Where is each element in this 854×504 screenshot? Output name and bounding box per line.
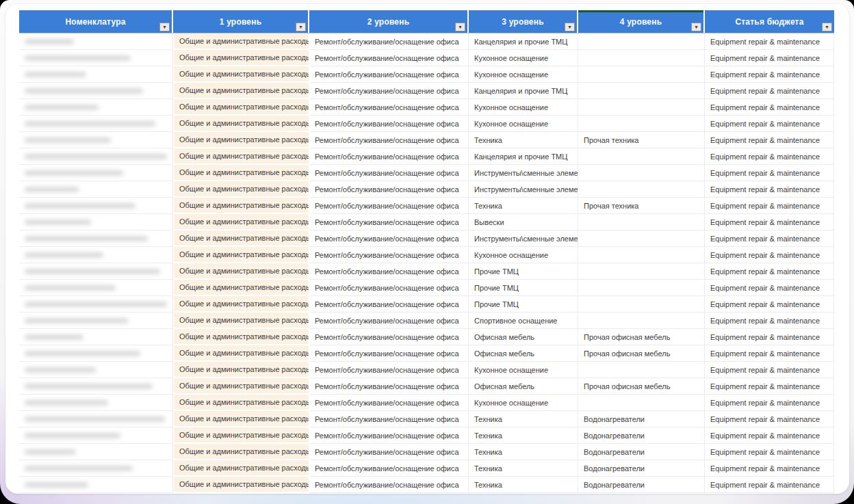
cell-level2[interactable]: Ремонт/обслуживание/оснащение офиса [309, 411, 469, 427]
cell-budget[interactable]: Equipment repair & maintenance [705, 395, 834, 411]
cell-level1[interactable]: Общие и административные расходы [173, 280, 309, 296]
cell-level4[interactable]: Прочая офисная мебель [578, 378, 705, 395]
cell-level3[interactable]: Инструменты\сменные элементы [469, 165, 578, 181]
cell-nomenclature[interactable] [19, 395, 173, 411]
cell-nomenclature[interactable] [19, 247, 173, 263]
cell-budget[interactable]: Equipment repair & maintenance [705, 247, 834, 263]
column-header-2[interactable]: 1 уровень ▾ [173, 10, 309, 33]
cell-level2[interactable]: Ремонт/обслуживание/оснащение офиса [309, 148, 469, 165]
cell-level1[interactable]: Общие и административные расходы [173, 427, 309, 444]
cell-level4[interactable]: Прочая офисная мебель [578, 345, 705, 362]
cell-level2[interactable]: Ремонт/обслуживание/оснащение офиса [309, 198, 469, 214]
cell-nomenclature[interactable] [19, 181, 173, 198]
cell-level1[interactable]: Общие и административные расходы [173, 477, 309, 493]
cell-budget[interactable]: Equipment repair & maintenance [705, 296, 834, 313]
cell-level4[interactable] [578, 116, 705, 132]
cell-level3[interactable]: Техника [469, 427, 578, 444]
cell-level3[interactable]: Техника [469, 460, 578, 477]
cell-level1[interactable]: Общие и административные расходы [173, 444, 309, 460]
cell-level2[interactable]: Ремонт/обслуживание/оснащение офиса [309, 477, 469, 493]
cell-level2[interactable]: Ремонт/обслуживание/оснащение офиса [309, 296, 469, 313]
filter-dropdown-button[interactable]: ▾ [565, 23, 575, 31]
filter-dropdown-button[interactable]: ▾ [159, 23, 170, 31]
cell-budget[interactable]: Equipment repair & maintenance [705, 378, 834, 395]
cell-level4[interactable]: Водонагреватели [578, 411, 705, 427]
cell-level4[interactable]: Водонагреватели [578, 460, 705, 477]
cell-level4[interactable] [578, 148, 705, 165]
cell-level1[interactable]: Общие и административные расходы [173, 411, 309, 427]
cell-level2[interactable]: Ремонт/обслуживание/оснащение офиса [309, 165, 469, 181]
cell-level4[interactable] [578, 280, 705, 296]
cell-level4[interactable]: Прочая техника [578, 198, 705, 214]
cell-budget[interactable]: Equipment repair & maintenance [705, 148, 834, 165]
cell-level4[interactable] [578, 181, 705, 198]
cell-budget[interactable]: Equipment repair & maintenance [705, 181, 834, 198]
cell-level2[interactable]: Ремонт/обслуживание/оснащение офиса [309, 132, 469, 148]
cell-nomenclature[interactable] [19, 296, 173, 313]
cell-level2[interactable]: Ремонт/обслуживание/оснащение офиса [309, 329, 469, 345]
cell-budget[interactable]: Equipment repair & maintenance [705, 444, 834, 460]
column-header-6[interactable]: Статья бюджета ▾ [705, 10, 834, 33]
cell-level1[interactable]: Общие и административные расходы [173, 50, 309, 66]
cell-level3[interactable]: Техника [469, 411, 578, 427]
cell-level3[interactable]: Канцелярия и прочие ТМЦ [469, 148, 578, 165]
cell-level4[interactable]: Водонагреватели [578, 477, 705, 493]
cell-nomenclature[interactable] [19, 378, 173, 395]
cell-level3[interactable]: Техника [469, 444, 578, 460]
cell-level3[interactable]: Кухонное оснащение [469, 99, 578, 116]
cell-level1[interactable]: Общие и административные расходы [173, 395, 309, 411]
cell-budget[interactable]: Equipment repair & maintenance [705, 477, 834, 493]
cell-budget[interactable]: Equipment repair & maintenance [705, 263, 834, 280]
cell-level3[interactable]: Кухонное оснащение [469, 66, 578, 83]
cell-level4[interactable] [578, 263, 705, 280]
cell-level4[interactable] [578, 50, 705, 66]
cell-level3[interactable]: Техника [469, 198, 578, 214]
cell-budget[interactable]: Equipment repair & maintenance [705, 427, 834, 444]
cell-budget[interactable]: Equipment repair & maintenance [705, 345, 834, 362]
cell-level2[interactable]: Ремонт/обслуживание/оснащение офиса [309, 247, 469, 263]
cell-level2[interactable]: Ремонт/обслуживание/оснащение офиса [309, 362, 469, 378]
cell-nomenclature[interactable] [19, 280, 173, 296]
cell-budget[interactable]: Equipment repair & maintenance [705, 50, 834, 66]
cell-budget[interactable]: Equipment repair & maintenance [705, 83, 834, 99]
cell-budget[interactable]: Equipment repair & maintenance [705, 34, 834, 50]
cell-budget[interactable]: Equipment repair & maintenance [705, 313, 834, 329]
cell-nomenclature[interactable] [19, 214, 173, 230]
cell-budget[interactable]: Equipment repair & maintenance [705, 460, 834, 477]
column-header-1[interactable]: Номенклатура ▾ [19, 10, 173, 33]
cell-budget[interactable]: Equipment repair & maintenance [705, 230, 834, 247]
cell-level4[interactable] [578, 247, 705, 263]
cell-level4[interactable] [578, 66, 705, 83]
cell-level1[interactable]: Общие и административные расходы [173, 329, 309, 345]
cell-level3[interactable]: Кухонное оснащение [469, 395, 578, 411]
cell-level4[interactable] [578, 165, 705, 181]
cell-level1[interactable]: Общие и административные расходы [173, 83, 309, 99]
cell-level1[interactable]: Общие и административные расходы [173, 247, 309, 263]
cell-level1[interactable]: Общие и административные расходы [173, 263, 309, 280]
cell-level4[interactable] [578, 230, 705, 247]
cell-nomenclature[interactable] [19, 230, 173, 247]
cell-nomenclature[interactable] [19, 362, 173, 378]
filter-dropdown-button[interactable]: ▾ [455, 23, 465, 31]
cell-level1[interactable]: Общие и административные расходы [173, 165, 309, 181]
cell-level1[interactable]: Общие и административные расходы [173, 214, 309, 230]
cell-level2[interactable]: Ремонт/обслуживание/оснащение офиса [309, 280, 469, 296]
cell-nomenclature[interactable] [19, 66, 173, 83]
column-header-5[interactable]: 4 уровень ▾ [578, 10, 705, 33]
cell-nomenclature[interactable] [19, 83, 173, 99]
cell-level2[interactable]: Ремонт/обслуживание/оснащение офиса [309, 345, 469, 362]
filter-dropdown-button[interactable]: ▾ [691, 23, 701, 31]
cell-level3[interactable]: Инструменты\сменные элементы [469, 230, 578, 247]
cell-level2[interactable]: Ремонт/обслуживание/оснащение офиса [309, 181, 469, 198]
cell-budget[interactable]: Equipment repair & maintenance [705, 198, 834, 214]
cell-level4[interactable]: Прочая офисная мебель [578, 329, 705, 345]
cell-budget[interactable]: Equipment repair & maintenance [705, 280, 834, 296]
cell-level4[interactable]: Водонагреватели [578, 444, 705, 460]
cell-level2[interactable]: Ремонт/обслуживание/оснащение офиса [309, 34, 469, 50]
cell-budget[interactable]: Equipment repair & maintenance [705, 362, 834, 378]
cell-level1[interactable]: Общие и административные расходы [173, 34, 309, 50]
cell-level1[interactable]: Общие и административные расходы [173, 230, 309, 247]
cell-level4[interactable] [578, 395, 705, 411]
cell-level3[interactable]: Канцелярия и прочие ТМЦ [469, 83, 578, 99]
cell-level2[interactable]: Ремонт/обслуживание/оснащение офиса [309, 66, 469, 83]
